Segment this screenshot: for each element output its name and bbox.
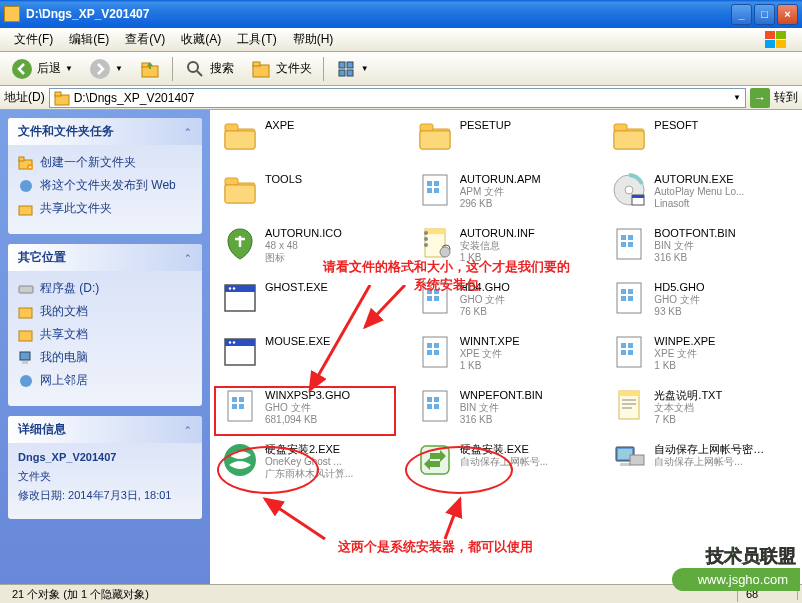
file-icon — [221, 333, 259, 371]
svg-point-64 — [229, 287, 231, 289]
file-item[interactable]: 自动保存上网帐号密码到U盘.EXE自动保存上网帐号... — [607, 438, 794, 490]
place-mydocs[interactable]: 我的文档 — [18, 300, 192, 323]
maximize-button[interactable]: □ — [754, 4, 775, 25]
file-item[interactable]: PESETUP — [413, 114, 600, 166]
file-item[interactable]: HD4.GHOGHO 文件76 KB — [413, 276, 600, 328]
go-button[interactable]: → 转到 — [750, 88, 798, 108]
svg-point-48 — [625, 186, 633, 194]
file-item[interactable]: TOOLS — [218, 168, 405, 220]
task-new-folder[interactable]: ✦创建一个新文件夹 — [18, 151, 192, 174]
svg-rect-75 — [628, 296, 633, 301]
file-item[interactable]: PESOFT — [607, 114, 794, 166]
tasks-panel: 文件和文件夹任务 ⌃ ✦创建一个新文件夹 将这个文件夹发布到 Web 共享此文件… — [8, 118, 202, 234]
places-header[interactable]: 其它位置 ⌃ — [8, 244, 202, 271]
addressbar: 地址(D) D:\Dngs_XP_V201407 ▼ → 转到 — [0, 86, 802, 110]
menu-view[interactable]: 查看(V) — [117, 29, 173, 50]
file-icon — [610, 225, 648, 263]
folders-button[interactable]: 文件夹 — [243, 54, 319, 84]
close-button[interactable]: × — [777, 4, 798, 25]
place-network[interactable]: 网上邻居 — [18, 369, 192, 392]
details-header[interactable]: 详细信息 ⌃ — [8, 416, 202, 443]
file-meta: AUTORUN.EXEAutoPlay Menu Lo...Linasoft — [654, 171, 744, 210]
file-meta: BOOTFONT.BINBIN 文件316 KB — [654, 225, 735, 264]
file-meta: AUTORUN.ICO48 x 48图标 — [265, 225, 342, 264]
back-button[interactable]: 后退 ▼ — [4, 54, 80, 84]
place-shared[interactable]: 共享文档 — [18, 323, 192, 346]
menu-help[interactable]: 帮助(H) — [285, 29, 342, 50]
svg-rect-17 — [55, 92, 61, 96]
file-name: PESETUP — [460, 119, 511, 132]
status-count: 21 个对象 (加 1 个隐藏对象) — [4, 587, 738, 602]
dropdown-icon[interactable]: ▼ — [733, 93, 741, 102]
svg-rect-69 — [427, 296, 432, 301]
file-item[interactable]: HD5.GHOGHO 文件93 KB — [607, 276, 794, 328]
svg-rect-2 — [765, 40, 775, 48]
file-item[interactable]: MOUSE.EXE — [218, 330, 405, 382]
file-meta: AXPE — [265, 117, 294, 132]
file-icon — [221, 279, 259, 317]
up-button[interactable] — [132, 54, 168, 84]
svg-rect-110 — [630, 455, 644, 465]
search-button[interactable]: 搜索 — [177, 54, 241, 84]
svg-point-5 — [90, 59, 110, 79]
svg-rect-12 — [339, 62, 345, 68]
minimize-button[interactable]: _ — [731, 4, 752, 25]
file-name: HD5.GHO — [654, 281, 704, 294]
svg-rect-1 — [776, 31, 786, 39]
file-item[interactable]: WINPE.XPEXPE 文件1 KB — [607, 330, 794, 382]
menu-edit[interactable]: 编辑(E) — [61, 29, 117, 50]
svg-rect-73 — [628, 289, 633, 294]
svg-rect-10 — [253, 65, 269, 77]
file-item[interactable]: AUTORUN.INF安装信息1 KB — [413, 222, 600, 274]
file-item[interactable]: GHOST.EXE — [218, 276, 405, 328]
file-item[interactable]: AUTORUN.APMAPM 文件296 KB — [413, 168, 600, 220]
file-icon — [416, 171, 454, 209]
file-item[interactable]: BOOTFONT.BINBIN 文件316 KB — [607, 222, 794, 274]
menu-favorites[interactable]: 收藏(A) — [173, 29, 229, 50]
svg-rect-11 — [253, 62, 260, 66]
file-icon — [221, 441, 259, 479]
arrow-bottom-2 — [440, 494, 490, 544]
menu-file[interactable]: 文件(F) — [6, 29, 61, 50]
file-item[interactable]: AUTORUN.EXEAutoPlay Menu Lo...Linasoft — [607, 168, 794, 220]
file-item[interactable]: 硬盘安装2.EXEOneKey Ghost ...广东雨林木风计算... — [218, 438, 405, 490]
svg-rect-97 — [434, 397, 439, 402]
file-meta: 光盘说明.TXT文本文档7 KB — [654, 387, 722, 426]
file-item[interactable]: WINNT.XPEXPE 文件1 KB — [413, 330, 600, 382]
file-item[interactable]: 硬盘安装.EXE自动保存上网帐号... — [413, 438, 600, 490]
tasks-header[interactable]: 文件和文件夹任务 ⌃ — [8, 118, 202, 145]
file-name: AXPE — [265, 119, 294, 132]
svg-rect-41 — [225, 185, 255, 203]
svg-rect-15 — [347, 70, 353, 76]
menu-tools[interactable]: 工具(T) — [229, 29, 284, 50]
file-icon — [416, 333, 454, 371]
place-drive-d[interactable]: 程序盘 (D:) — [18, 277, 192, 300]
views-button[interactable]: ▼ — [328, 54, 376, 84]
svg-rect-46 — [434, 188, 439, 193]
file-item[interactable]: WNPEFONT.BINBIN 文件316 KB — [413, 384, 600, 436]
dropdown-icon: ▼ — [65, 64, 73, 73]
task-share[interactable]: 共享此文件夹 — [18, 197, 192, 220]
place-mycomputer[interactable]: 我的电脑 — [18, 346, 192, 369]
dropdown-icon: ▼ — [115, 64, 123, 73]
svg-point-56 — [440, 247, 450, 257]
file-name: AUTORUN.EXE — [654, 173, 744, 186]
file-item[interactable]: AXPE — [218, 114, 405, 166]
forward-button[interactable]: ▼ — [82, 54, 130, 84]
file-name: BOOTFONT.BIN — [654, 227, 735, 240]
svg-point-79 — [233, 341, 235, 343]
go-label: 转到 — [774, 89, 798, 106]
svg-rect-37 — [614, 124, 627, 131]
address-input[interactable]: D:\Dngs_XP_V201407 ▼ — [49, 88, 746, 108]
task-publish[interactable]: 将这个文件夹发布到 Web — [18, 174, 192, 197]
file-item[interactable]: AUTORUN.ICO48 x 48图标 — [218, 222, 405, 274]
file-icon — [416, 387, 454, 425]
svg-rect-45 — [427, 188, 432, 193]
file-icon — [610, 117, 648, 155]
file-pane[interactable]: AXPEPESETUPPESOFTTOOLSAUTORUN.APMAPM 文件2… — [210, 110, 802, 584]
svg-rect-32 — [225, 131, 255, 149]
file-item[interactable]: 光盘说明.TXT文本文档7 KB — [607, 384, 794, 436]
svg-rect-14 — [339, 70, 345, 76]
menubar: 文件(F) 编辑(E) 查看(V) 收藏(A) 工具(T) 帮助(H) — [0, 28, 802, 52]
file-icon — [610, 279, 648, 317]
